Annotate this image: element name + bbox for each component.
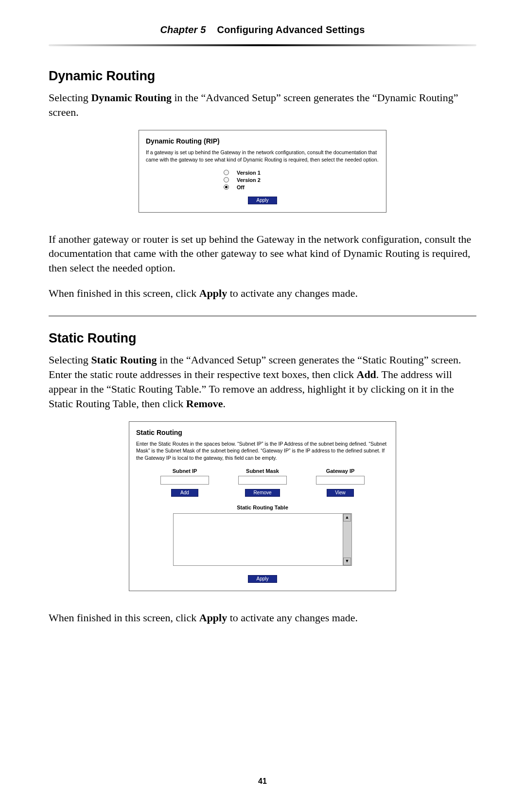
gateway-ip-input[interactable] [316,476,365,485]
gateway-ip-column: Gateway IP View [306,468,374,497]
panel-title: Dynamic Routing (RIP) [146,137,379,145]
subnet-mask-column: Subnet Mask Remove [228,468,297,497]
rip-option-row[interactable]: Version 2 [224,177,301,183]
rip-option-row[interactable]: Version 1 [224,170,301,176]
radio-label: Off [237,184,245,190]
add-button[interactable]: Add [171,489,198,497]
apply-button[interactable]: Apply [248,575,277,583]
view-button[interactable]: View [327,489,354,497]
chapter-header: Chapter 5 Configuring Advanced Settings [49,24,476,44]
scroll-down-icon[interactable]: ▼ [343,558,351,565]
dynamic-para3: When finished in this screen, click Appl… [49,286,476,301]
chapter-title: Configuring Advanced Settings [217,24,365,35]
remove-button[interactable]: Remove [245,489,280,497]
column-header: Subnet IP [151,468,219,474]
radio-label: Version 2 [237,177,261,183]
column-header: Subnet Mask [228,468,297,474]
section-divider [49,316,476,316]
rip-option-row[interactable]: Off [224,184,301,190]
dynamic-para2: If another gateway or router is set up b… [49,232,476,275]
header-rule [49,44,476,46]
radio-icon[interactable] [224,184,229,190]
static-outro: When finished in this screen, click Appl… [49,611,476,625]
static-routing-table[interactable] [173,513,343,566]
chapter-label: Chapter 5 [160,24,206,35]
panel-description: Enter the Static Routes in the spaces be… [136,440,389,461]
section-heading-static: Static Routing [49,331,476,346]
panel-title: Static Routing [136,429,389,436]
static-intro: Selecting Static Routing in the “Advance… [49,353,476,411]
panel-description: If a gateway is set up behind the Gatewa… [146,149,379,162]
radio-icon[interactable] [224,177,229,182]
scrollbar[interactable]: ▲ ▼ [343,513,352,566]
routing-table-title: Static Routing Table [136,505,389,510]
section-heading-dynamic: Dynamic Routing [49,69,476,84]
subnet-mask-input[interactable] [238,476,287,485]
column-header: Gateway IP [306,468,374,474]
static-routing-screenshot: Static Routing Enter the Static Routes i… [129,421,396,591]
subnet-ip-column: Subnet IP Add [151,468,219,497]
apply-button[interactable]: Apply [248,197,277,204]
radio-icon[interactable] [224,170,229,175]
page-number: 41 [0,777,525,786]
dynamic-routing-screenshot: Dynamic Routing (RIP) If a gateway is se… [139,130,386,212]
scroll-up-icon[interactable]: ▲ [343,514,351,522]
subnet-ip-input[interactable] [160,476,209,485]
dynamic-intro: Selecting Dynamic Routing in the “Advanc… [49,90,476,119]
radio-label: Version 1 [237,170,261,176]
